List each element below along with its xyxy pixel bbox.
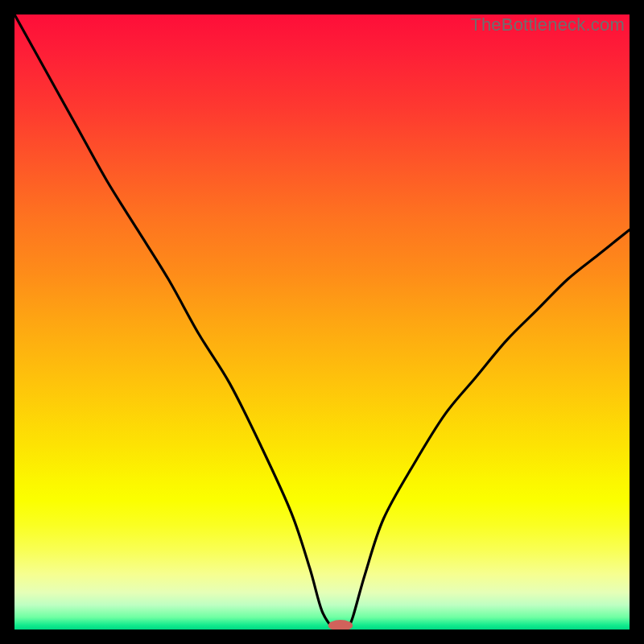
minimum-marker [328, 620, 353, 630]
chart-frame: TheBottleneck.com [0, 0, 644, 644]
curve-path [14, 14, 630, 630]
plot-area: TheBottleneck.com [14, 14, 630, 630]
bottleneck-curve [14, 14, 630, 630]
